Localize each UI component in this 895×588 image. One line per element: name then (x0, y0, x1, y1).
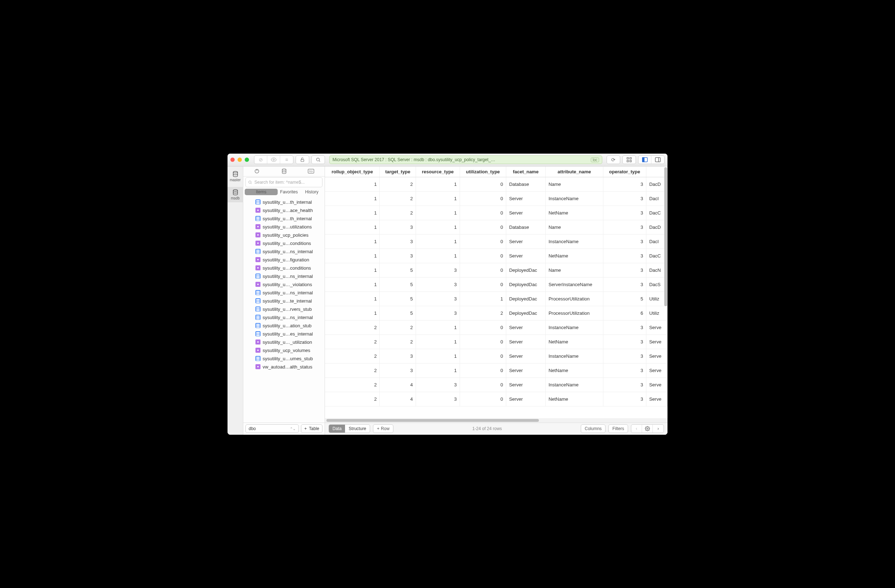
tree-item[interactable]: sysutility_u…th_internal (243, 198, 325, 206)
grid-icon[interactable] (623, 155, 636, 164)
grid-cell[interactable]: 2 (325, 320, 380, 335)
seg-items[interactable]: Items (245, 189, 278, 195)
schema-selector[interactable]: dbo ⌃⌄ (246, 424, 299, 433)
grid-cell[interactable]: 3 (380, 235, 416, 249)
grid-cell[interactable]: 3 (380, 364, 416, 378)
grid-cell[interactable]: 0 (460, 192, 506, 206)
table-row[interactable]: 1310ServerInstanceName3DacI (325, 235, 667, 249)
grid-cell[interactable]: 1 (416, 349, 460, 364)
tree-item[interactable]: sysutility_u…th_internal (243, 215, 325, 223)
table-row[interactable]: 2210ServerNetName3Serve (325, 335, 667, 349)
column-header[interactable]: utilization_type (460, 167, 506, 177)
table-row[interactable]: 2210ServerInstanceName3Serve (325, 320, 667, 335)
grid-cell[interactable]: Server (506, 249, 545, 263)
grid-cell[interactable]: ProcessorUtilization (545, 292, 603, 306)
add-row-button[interactable]: + Row (373, 424, 393, 433)
tree-item[interactable]: sysutility_u…ation_stub (243, 321, 325, 330)
table-row[interactable]: 1530DeployedDacName3DacN (325, 263, 667, 277)
grid-cell[interactable]: Server (506, 192, 545, 206)
grid-cell[interactable]: 2 (325, 335, 380, 349)
table-row[interactable]: 1530DeployedDacServerInstanceName3DacS (325, 277, 667, 292)
table-row[interactable]: 2430ServerInstanceName3Serve (325, 378, 667, 392)
db-rail-item-msdb[interactable]: msdb (228, 187, 243, 202)
grid-cell[interactable]: 1 (416, 249, 460, 263)
grid-cell[interactable]: 1 (325, 263, 380, 277)
grid-cell[interactable]: Database (506, 220, 545, 235)
grid-cell[interactable]: NetName (545, 249, 603, 263)
column-header[interactable]: operator_type (603, 167, 646, 177)
tree-item[interactable]: sysutility_u…ace_health (243, 206, 325, 215)
search-input[interactable] (254, 180, 320, 185)
minimize-window[interactable] (238, 158, 242, 162)
search-field[interactable] (246, 177, 322, 187)
grid-cell[interactable]: InstanceName (545, 192, 603, 206)
grid-cell[interactable]: ProcessorUtilization (545, 306, 603, 320)
grid-cell[interactable]: 6 (603, 306, 646, 320)
table-row[interactable]: 1310ServerNetName3DacC (325, 249, 667, 263)
next-page-icon[interactable]: › (653, 425, 664, 433)
tree-item[interactable]: sysutility_u…_utilization (243, 338, 325, 346)
stop-icon[interactable]: ⊘ (254, 155, 267, 164)
grid-cell[interactable]: 0 (460, 335, 506, 349)
grid-cell[interactable]: 3 (416, 277, 460, 292)
grid-cell[interactable]: 3 (603, 177, 646, 192)
grid-cell[interactable]: 3 (603, 263, 646, 277)
column-header[interactable]: facet_name (506, 167, 545, 177)
grid-cell[interactable]: 0 (460, 235, 506, 249)
grid-cell[interactable]: 1 (325, 292, 380, 306)
grid-cell[interactable]: InstanceName (545, 235, 603, 249)
grid-cell[interactable]: 3 (603, 392, 646, 406)
sql-tab-icon[interactable]: SQL (297, 167, 325, 176)
grid-cell[interactable]: 3 (603, 378, 646, 392)
grid-cell[interactable]: 2 (380, 335, 416, 349)
grid-cell[interactable]: 1 (325, 220, 380, 235)
grid-cell[interactable]: 3 (603, 335, 646, 349)
tree-item[interactable]: sysutility_u…figuration (243, 256, 325, 264)
grid-cell[interactable]: 0 (460, 249, 506, 263)
vertical-scrollbar[interactable] (664, 167, 667, 420)
grid-cell[interactable]: 3 (603, 249, 646, 263)
refresh-icon[interactable]: ⟳ (607, 155, 620, 164)
grid-cell[interactable]: 3 (603, 206, 646, 220)
column-header[interactable]: resource_type (416, 167, 460, 177)
grid-cell[interactable]: 1 (416, 364, 460, 378)
grid-cell[interactable]: 5 (380, 263, 416, 277)
grid-cell[interactable]: 1 (416, 235, 460, 249)
column-header[interactable]: target_type (380, 167, 416, 177)
grid-cell[interactable]: 2 (325, 349, 380, 364)
grid-cell[interactable]: 3 (380, 349, 416, 364)
zoom-window[interactable] (245, 158, 249, 162)
grid-cell[interactable]: NetName (545, 335, 603, 349)
grid-cell[interactable]: 3 (603, 364, 646, 378)
grid-cell[interactable]: 3 (603, 349, 646, 364)
list-icon[interactable]: ≡ (280, 155, 293, 164)
grid-cell[interactable]: Server (506, 320, 545, 335)
grid-cell[interactable]: Name (545, 220, 603, 235)
grid-cell[interactable]: 3 (603, 220, 646, 235)
grid-cell[interactable]: NetName (545, 206, 603, 220)
grid-cell[interactable]: 0 (460, 263, 506, 277)
grid-cell[interactable]: 3 (416, 263, 460, 277)
tree-item[interactable]: sysutility_u…conditions (243, 264, 325, 272)
grid-cell[interactable]: 1 (416, 320, 460, 335)
grid-cell[interactable]: 1 (416, 220, 460, 235)
grid-cell[interactable]: 1 (416, 335, 460, 349)
grid-cell[interactable]: InstanceName (545, 349, 603, 364)
grid-cell[interactable]: InstanceName (545, 378, 603, 392)
grid-cell[interactable]: 5 (603, 292, 646, 306)
grid-cell[interactable]: 1 (325, 177, 380, 192)
grid-cell[interactable]: 0 (460, 320, 506, 335)
add-table-button[interactable]: + Table (301, 424, 322, 433)
grid-cell[interactable]: 1 (325, 249, 380, 263)
grid-cell[interactable]: 3 (416, 292, 460, 306)
grid-cell[interactable]: Server (506, 206, 545, 220)
grid-cell[interactable]: 5 (380, 306, 416, 320)
tree-item[interactable]: sysutility_ucp_policies (243, 231, 325, 239)
grid-cell[interactable]: 1 (460, 292, 506, 306)
grid-cell[interactable]: 0 (460, 392, 506, 406)
tree-item[interactable]: sysutility_ucp_volumes (243, 346, 325, 355)
grid-cell[interactable]: DeployedDac (506, 292, 545, 306)
scrollbar-thumb[interactable] (664, 167, 667, 306)
grid-cell[interactable]: 1 (416, 192, 460, 206)
grid-cell[interactable]: DeployedDac (506, 263, 545, 277)
